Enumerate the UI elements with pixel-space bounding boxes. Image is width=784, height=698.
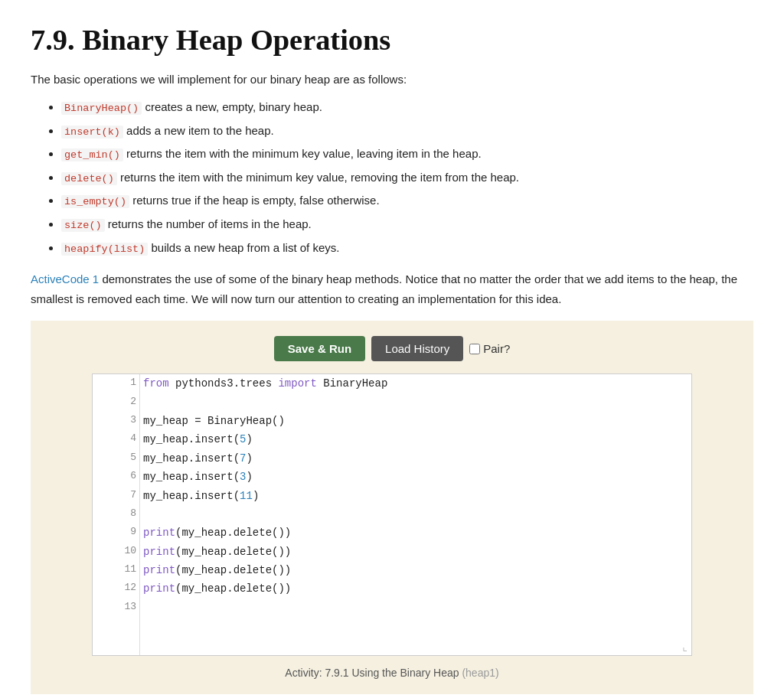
list-item: is_empty() returns true if the heap is e… <box>61 191 753 210</box>
line-code <box>140 393 691 412</box>
line-number: 5 <box>93 449 140 468</box>
table-row: 13 <box>93 599 691 617</box>
list-item: insert(k) adds a new item to the heap. <box>61 122 753 141</box>
code-editor[interactable]: 1 from pythonds3.trees import BinaryHeap… <box>92 373 692 656</box>
table-row: 6 my_heap.insert(3) <box>93 468 691 486</box>
table-row <box>93 617 691 655</box>
table-row: 11 print(my_heap.delete()) <box>93 561 691 579</box>
op-code: get_min() <box>61 148 123 161</box>
line-number: 2 <box>93 393 140 412</box>
list-item: heapify(list) builds a new heap from a l… <box>61 239 753 258</box>
line-number: 4 <box>93 430 140 448</box>
table-row: 4 my_heap.insert(5) <box>93 430 691 448</box>
table-row: 5 my_heap.insert(7) <box>93 449 691 468</box>
resize-handle-icon[interactable]: ⌞ <box>682 641 688 654</box>
operations-list: BinaryHeap() creates a new, empty, binar… <box>31 98 753 257</box>
line-code: print(my_heap.delete()) <box>140 579 691 598</box>
line-code: my_heap.insert(11) <box>140 487 691 505</box>
table-row: 10 print(my_heap.delete()) <box>93 543 691 561</box>
intro-text: The basic operations we will implement f… <box>31 70 753 89</box>
op-code: insert(k) <box>61 126 123 139</box>
table-row: 8 <box>93 505 691 524</box>
line-number <box>93 617 140 655</box>
op-code: BinaryHeap() <box>61 102 142 115</box>
description-paragraph: ActiveCode 1 demonstrates the use of som… <box>31 269 753 308</box>
activity-title: Activity: 7.9.1 Using the Binary Heap <box>285 667 459 679</box>
list-item: delete() returns the item with the minim… <box>61 168 753 188</box>
code-table: 1 from pythonds3.trees import BinaryHeap… <box>93 374 691 655</box>
op-code: size() <box>61 219 105 232</box>
pair-checkbox[interactable] <box>469 344 480 354</box>
line-code <box>140 505 691 524</box>
table-row: 3 my_heap = BinaryHeap() <box>93 412 691 430</box>
list-item: size() returns the number of items in th… <box>61 215 753 234</box>
line-code: print(my_heap.delete()) <box>140 524 691 542</box>
line-number: 10 <box>93 543 140 561</box>
list-item: BinaryHeap() creates a new, empty, binar… <box>61 98 753 117</box>
page-title: 7.9. Binary Heap Operations <box>31 23 753 57</box>
activity-id: (heap1) <box>462 667 498 679</box>
activity-label: Activity: 7.9.1 Using the Binary Heap (h… <box>31 667 753 679</box>
line-code: my_heap.insert(7) <box>140 449 691 468</box>
op-code: delete() <box>61 172 117 185</box>
line-code: print(my_heap.delete()) <box>140 561 691 579</box>
table-row: 1 from pythonds3.trees import BinaryHeap <box>93 374 691 393</box>
op-code: is_empty() <box>61 195 129 208</box>
activecode-toolbar: Save & Run Load History Pair? <box>31 336 753 361</box>
line-code: from pythonds3.trees import BinaryHeap <box>140 374 691 393</box>
line-number: 12 <box>93 579 140 598</box>
table-row: 9 print(my_heap.delete()) <box>93 524 691 542</box>
line-number: 13 <box>93 599 140 617</box>
line-number: 9 <box>93 524 140 542</box>
line-number: 6 <box>93 468 140 486</box>
list-item: get_min() returns the item with the mini… <box>61 145 753 164</box>
line-code <box>140 599 691 617</box>
pair-label: Pair? <box>469 342 510 355</box>
pair-label-text: Pair? <box>483 342 510 355</box>
line-code: my_heap.insert(5) <box>140 430 691 448</box>
load-history-button[interactable]: Load History <box>371 336 463 361</box>
line-number: 11 <box>93 561 140 579</box>
line-number: 3 <box>93 412 140 430</box>
line-number: 7 <box>93 487 140 505</box>
line-code: print(my_heap.delete()) <box>140 543 691 561</box>
op-code: heapify(list) <box>61 243 148 256</box>
activecode-link[interactable]: ActiveCode 1 <box>31 272 99 285</box>
table-row: 2 <box>93 393 691 412</box>
line-number: 1 <box>93 374 140 393</box>
activecode-container: Save & Run Load History Pair? 1 from pyt… <box>31 321 753 694</box>
table-row: 12 print(my_heap.delete()) <box>93 579 691 598</box>
save-run-button[interactable]: Save & Run <box>274 336 365 361</box>
line-code: my_heap = BinaryHeap() <box>140 412 691 430</box>
table-row: 7 my_heap.insert(11) <box>93 487 691 505</box>
line-code: my_heap.insert(3) <box>140 468 691 486</box>
line-code <box>140 617 691 655</box>
line-number: 8 <box>93 505 140 524</box>
description-text: demonstrates the use of some of the bina… <box>31 272 737 305</box>
